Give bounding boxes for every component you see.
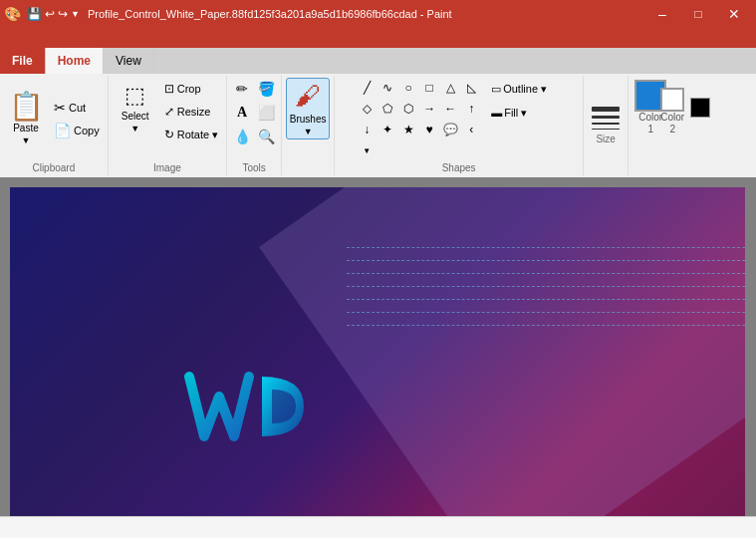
app-window: 🎨 💾 ↩ ↪ ▼ Profile_Control_White_Paper.88… (0, 0, 756, 538)
cut-button[interactable]: ✂ Cut (50, 97, 104, 119)
outline-button[interactable]: ▭ Outline ▾ (487, 78, 557, 100)
black-swatch-container (690, 98, 710, 118)
tools-label: Tools (242, 162, 265, 173)
colors-top: Color1 Color2 (634, 80, 710, 135)
ribbon-content: 📋 Paste ▼ ✂ Cut 📄 Copy Clipboard (0, 74, 756, 177)
resize-button[interactable]: ⤢ Resize (160, 101, 222, 123)
crop-icon: ⊡ (164, 82, 174, 96)
fill-label: Fill ▾ (504, 107, 527, 120)
more-shapes[interactable]: ▼ (357, 140, 377, 160)
copy-button[interactable]: 📄 Copy (50, 120, 104, 141)
select-button[interactable]: ⬚ Select ▼ (113, 78, 158, 137)
color2-label: Color2 (660, 112, 684, 135)
cut-label: Cut (69, 102, 86, 114)
color2-swatch[interactable] (660, 88, 684, 112)
brushes-button[interactable]: 🖌 Brushes ▼ (286, 78, 330, 139)
qat-dropdown-btn[interactable]: ▼ (71, 9, 80, 19)
title-row: 🎨 💾 ↩ ↪ ▼ Profile_Control_White_Paper.88… (0, 0, 756, 28)
size-line-2[interactable] (592, 116, 620, 119)
close-btn[interactable]: ✕ (716, 0, 752, 28)
black-swatch[interactable] (690, 98, 710, 118)
size-line-1[interactable] (592, 107, 620, 112)
select-dropdown[interactable]: ▼ (130, 124, 139, 134)
paste-button[interactable]: 📋 Paste ▼ (4, 78, 48, 160)
dashed-lines (347, 247, 745, 326)
canvas-background (10, 187, 745, 516)
resize-icon: ⤢ (164, 105, 174, 119)
brushes-dropdown[interactable]: ▼ (304, 127, 313, 136)
magnifier-button[interactable]: 🔍 (255, 126, 277, 147)
image-tools-col: ⊡ Crop ⤢ Resize ↻ Rotate ▾ (160, 78, 222, 145)
wd-logo (184, 372, 314, 451)
shapes-content: ╱ ∿ ○ □ △ ◺ ◇ ⬠ ⬡ → ← ↑ ↓ ✦ ★ ♥ 💬 (357, 78, 561, 160)
paste-icon: 📋 (9, 93, 44, 121)
paste-label: Paste (13, 123, 39, 134)
bucket-button[interactable]: 🪣 (255, 78, 277, 100)
maximize-btn[interactable]: □ (680, 0, 716, 28)
undo-qat-btn[interactable]: ↩ (45, 7, 55, 21)
heart-shape[interactable]: ♥ (419, 120, 439, 139)
line-shape[interactable]: ╱ (357, 78, 377, 98)
tools-group: ✏ 🪣 A ⬜ 💧 🔍 Tools (227, 76, 282, 175)
star5-shape[interactable]: ★ (398, 120, 418, 139)
dashed-line-7 (347, 325, 745, 326)
color1-label: Color1 (638, 112, 662, 135)
arrow-up-shape[interactable]: ↑ (461, 99, 481, 119)
dashed-line-6 (347, 312, 745, 313)
dashed-line-3 (347, 273, 745, 274)
rect-shape[interactable]: □ (419, 78, 439, 98)
curve-shape[interactable]: ∿ (378, 78, 397, 98)
chevron-left-shape[interactable]: ‹ (461, 120, 481, 139)
canvas-inner (10, 187, 745, 516)
minimize-btn[interactable]: – (644, 0, 680, 28)
ribbon-tab-bar: File Home View (0, 48, 756, 74)
eraser-button[interactable]: ⬜ (255, 102, 277, 124)
title-text: Profile_Control_White_Paper.88fd125f3a20… (88, 8, 644, 20)
rotate-icon: ↻ (164, 128, 174, 141)
size-group: Size (584, 76, 629, 175)
shapes-label: Shapes (442, 162, 476, 173)
pentagon-shape[interactable]: ⬠ (378, 99, 397, 119)
outline-fill-col: ▭ Outline ▾ ▬ Fill ▾ (483, 78, 561, 124)
dashed-line-1 (347, 247, 745, 248)
diamond-shape[interactable]: ◇ (357, 99, 377, 119)
rotate-label: Rotate ▾ (177, 129, 218, 141)
star4-shape[interactable]: ✦ (378, 120, 397, 139)
save-qat-btn[interactable]: 💾 (27, 7, 42, 21)
right-triangle-shape[interactable]: ◺ (461, 78, 481, 98)
dashed-line-2 (347, 260, 745, 261)
text-button[interactable]: A (231, 102, 253, 124)
image-group: ⬚ Select ▼ ⊡ Crop ⤢ Resize ↻ Rotate (109, 76, 227, 175)
image-content: ⬚ Select ▼ ⊡ Crop ⤢ Resize ↻ Rotate (113, 78, 222, 160)
tab-file[interactable]: File (0, 48, 46, 74)
shapes-group: ╱ ∿ ○ □ △ ◺ ◇ ⬠ ⬡ → ← ↑ ↓ ✦ ★ ♥ 💬 (335, 76, 584, 175)
triangle-shape[interactable]: △ (440, 78, 460, 98)
paste-dropdown-arrow[interactable]: ▼ (22, 135, 31, 145)
hexagon-shape[interactable]: ⬡ (398, 99, 418, 119)
arrow-left-shape[interactable]: ← (440, 99, 460, 119)
crop-label: Crop (177, 83, 201, 95)
callout-shape[interactable]: 💬 (440, 120, 460, 139)
size-line-3[interactable] (592, 123, 620, 125)
outline-label: Outline ▾ (503, 83, 547, 96)
oval-shape[interactable]: ○ (398, 78, 418, 98)
tab-home[interactable]: Home (46, 48, 104, 74)
rotate-button[interactable]: ↻ Rotate ▾ (160, 124, 222, 145)
eyedropper-button[interactable]: 💧 (231, 126, 253, 147)
cut-copy-column: ✂ Cut 📄 Copy (50, 78, 104, 160)
arrow-right-shape[interactable]: → (419, 99, 439, 119)
pencil-button[interactable]: ✏ (231, 78, 253, 100)
crop-button[interactable]: ⊡ Crop (160, 78, 222, 100)
diagonal-stripe (259, 187, 745, 516)
clipboard-group: 📋 Paste ▼ ✂ Cut 📄 Copy Clipboard (0, 76, 109, 175)
tab-view[interactable]: View (104, 48, 154, 74)
size-line-4[interactable] (592, 129, 620, 130)
fill-button[interactable]: ▬ Fill ▾ (487, 102, 557, 124)
arrow-down-shape[interactable]: ↓ (357, 120, 377, 139)
tools-content: ✏ 🪣 A ⬜ 💧 🔍 (231, 78, 277, 160)
image-label: Image (153, 162, 181, 173)
size-label: Size (596, 134, 615, 144)
redo-qat-btn[interactable]: ↪ (58, 7, 68, 21)
colors-group: Color1 Color2 (629, 76, 716, 175)
canvas-area[interactable] (0, 177, 756, 516)
